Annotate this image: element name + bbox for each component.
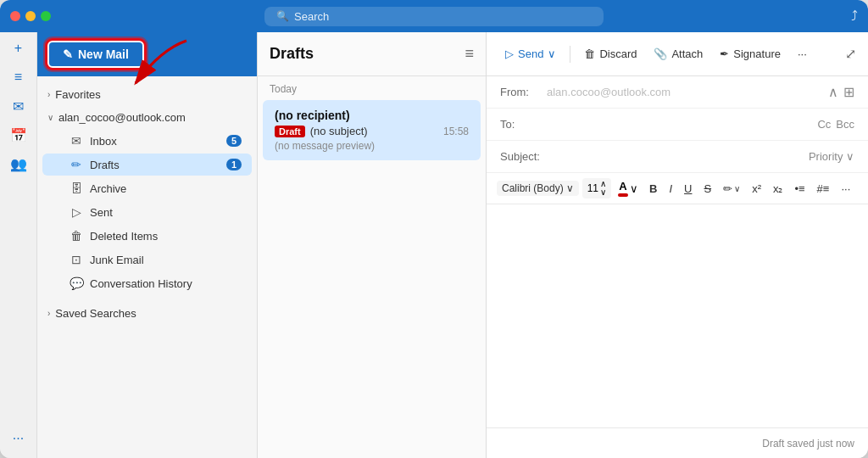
sent-label: Sent (90, 206, 113, 219)
new-mail-icon: ✎ (63, 47, 73, 61)
draft-saved-status: Draft saved just now (762, 438, 854, 450)
favorites-label: Favorites (55, 88, 100, 101)
from-value: alan.cocoo@outlook.com (547, 86, 828, 98)
compose-panel: ▷ Send ∨ 🗑 Discard 📎 Attach ✒ Signature (487, 32, 868, 458)
to-cc-bcc: Cc Bcc (817, 118, 854, 131)
favorites-chevron: › (47, 90, 50, 99)
menu-toggle-button[interactable]: ≡ (9, 68, 28, 87)
font-size-down-icon[interactable]: ∨ (600, 188, 606, 197)
archive-icon: 🗄 (70, 182, 83, 195)
titlebar: 🔍 Search ⤴ (0, 0, 868, 32)
send-chevron-icon: ∨ (548, 47, 556, 60)
font-color-button[interactable]: A ∨ (615, 178, 642, 198)
more-nav-icon[interactable]: ··· (9, 429, 28, 448)
attach-label: Attach (671, 47, 703, 60)
more-toolbar-button[interactable]: ··· (791, 43, 814, 64)
saved-searches-label: Saved Searches (55, 307, 136, 320)
inbox-folder[interactable]: ✉ Inbox 5 (42, 130, 252, 152)
highlight-button[interactable]: ✏ ∨ (719, 180, 744, 198)
notification-icon[interactable]: ⤴ (851, 8, 858, 24)
traffic-lights (10, 11, 51, 21)
discard-label: Discard (599, 47, 637, 60)
color-swatch (618, 193, 628, 197)
maximize-button[interactable] (41, 11, 51, 21)
font-color-icon: A (619, 180, 626, 193)
from-chevron-up-icon[interactable]: ∧ (828, 84, 838, 100)
email-list-header: Drafts ≡ (258, 32, 486, 76)
close-button[interactable] (10, 11, 20, 21)
sent-folder[interactable]: ▷ Sent (42, 201, 252, 223)
deleted-label: Deleted Items (90, 230, 158, 243)
account-email: alan_cocoo@outlook.com (58, 111, 186, 124)
compose-body[interactable] (487, 204, 868, 427)
font-family-select[interactable]: Calibri (Body) ∨ (497, 181, 579, 196)
search-placeholder: Search (294, 10, 329, 23)
signature-button[interactable]: ✒ Signature (713, 43, 787, 64)
highlight-chevron: ∨ (734, 184, 740, 193)
draft-badge: Draft (275, 126, 305, 137)
from-expand-icon[interactable]: ⊞ (843, 84, 854, 100)
italic-button[interactable]: I (665, 180, 676, 198)
email-list-filter-icon[interactable]: ≡ (465, 45, 474, 63)
drafts-folder[interactable]: ✏ Drafts 1 (42, 154, 252, 176)
priority-button[interactable]: Priority ∨ (809, 150, 854, 163)
email-subject: (no subject) (310, 125, 368, 137)
deleted-folder[interactable]: 🗑 Deleted Items (42, 225, 252, 247)
subject-label: Subject: (500, 150, 547, 163)
color-chevron-icon: ∨ (630, 182, 638, 195)
superscript-button[interactable]: x² (748, 180, 765, 198)
subscript-button[interactable]: x₂ (769, 180, 787, 198)
to-field[interactable]: To: Cc Bcc (487, 109, 868, 141)
account-header[interactable]: ∨ alan_cocoo@outlook.com (37, 106, 257, 129)
more-format-button[interactable]: ··· (837, 180, 854, 198)
attach-button[interactable]: 📎 Attach (647, 43, 709, 64)
inbox-icon: ✉ (70, 134, 83, 148)
calendar-nav-icon[interactable]: 📅 (9, 126, 28, 144)
send-button[interactable]: ▷ Send ∨ (498, 43, 563, 64)
font-size-arrows[interactable]: ∧ ∨ (600, 180, 606, 197)
junk-folder[interactable]: ⊡ Junk Email (42, 249, 252, 271)
cc-button[interactable]: Cc (817, 118, 831, 131)
people-nav-icon[interactable]: 👥 (9, 154, 28, 173)
email-item[interactable]: (no recipient) Draft (no subject) 15:58 … (263, 100, 481, 160)
bold-button[interactable]: B (645, 180, 661, 198)
archive-folder[interactable]: 🗄 Archive (42, 177, 252, 199)
discard-button[interactable]: 🗑 Discard (577, 43, 643, 64)
search-bar[interactable]: 🔍 Search (264, 7, 604, 26)
saved-searches-chevron: › (47, 309, 50, 318)
conversation-folder[interactable]: 💬 Conversation History (42, 272, 252, 294)
font-size-control[interactable]: 11 ∧ ∨ (582, 178, 611, 198)
inbox-badge: 5 (226, 135, 242, 147)
expand-button[interactable]: ⤢ (845, 46, 856, 62)
saved-searches-section[interactable]: › Saved Searches (37, 302, 257, 325)
to-label: To: (500, 118, 547, 131)
sidebar-nav: › Favorites ∨ alan_cocoo@outlook.com ✉ I… (37, 76, 257, 458)
subject-field[interactable]: Subject: Priority ∨ (487, 141, 868, 173)
signature-label: Signature (733, 47, 781, 60)
conversation-label: Conversation History (90, 277, 192, 290)
email-preview: (no message preview) (275, 140, 469, 152)
minimize-button[interactable] (25, 11, 36, 21)
bullets-button[interactable]: •≡ (790, 180, 809, 198)
numbering-button[interactable]: #≡ (813, 180, 834, 198)
format-toolbar: Calibri (Body) ∨ 11 ∧ ∨ A ∨ (487, 173, 868, 204)
new-mail-label: New Mail (78, 47, 129, 61)
conversation-icon: 💬 (70, 276, 83, 290)
from-actions: ∧ ⊞ (828, 84, 854, 100)
deleted-icon: 🗑 (70, 229, 83, 243)
add-account-button[interactable]: + (9, 39, 28, 58)
main-content: + ≡ ✉ 📅 👥 ··· ✎ New Mail › Favorites (0, 32, 868, 458)
bcc-button[interactable]: Bcc (836, 118, 854, 131)
email-date-group: Today (258, 76, 486, 98)
inbox-label: Inbox (90, 135, 117, 148)
new-mail-button[interactable]: ✎ New Mail (47, 41, 144, 68)
attach-icon: 📎 (654, 47, 667, 60)
underline-button[interactable]: U (680, 180, 696, 198)
strikethrough-button[interactable]: S (699, 180, 715, 198)
favorites-section[interactable]: › Favorites (37, 83, 257, 106)
mail-nav-icon[interactable]: ✉ (9, 97, 28, 115)
signature-icon: ✒ (720, 47, 729, 60)
sent-icon: ▷ (70, 205, 83, 219)
from-field: From: alan.cocoo@outlook.com ∧ ⊞ (487, 76, 868, 109)
send-label: Send (518, 47, 543, 60)
